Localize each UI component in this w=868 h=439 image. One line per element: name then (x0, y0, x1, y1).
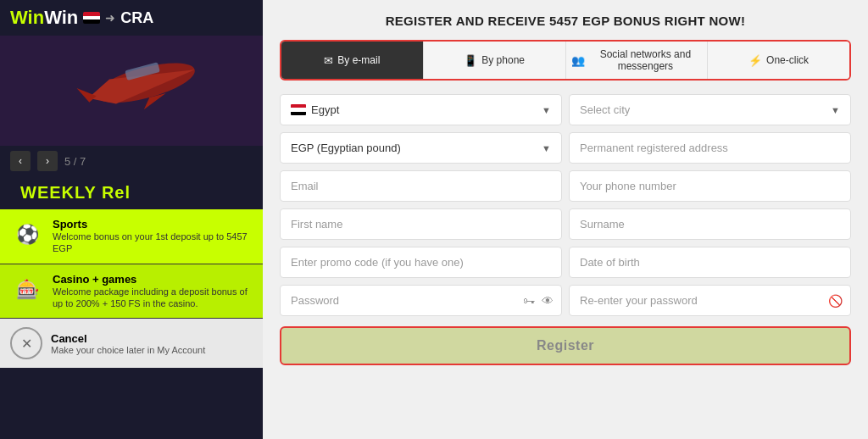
country-value: Egypt (311, 103, 339, 116)
email-tab-icon: ✉ (324, 54, 333, 67)
egypt-flag-icon (291, 104, 306, 115)
nav-arrows: ‹ › 5 / 7 (0, 146, 263, 176)
tab-email-label: By e-mail (337, 54, 380, 66)
social-tab-icon: 👥 (571, 54, 585, 67)
dob-input[interactable] (569, 247, 851, 278)
dob-field (569, 247, 851, 278)
city-placeholder: Select city (580, 103, 630, 116)
email-field (280, 170, 562, 202)
register-button[interactable]: Register (280, 326, 851, 365)
cancel-info: Cancel Make your choice later in My Acco… (51, 332, 205, 355)
promo-input[interactable] (280, 247, 562, 278)
casino-bonus-info: Casino + games Welcome package including… (53, 273, 253, 310)
password-icons: 🗝 👁 (523, 294, 554, 308)
list-item[interactable]: 🎰 Casino + games Welcome package includi… (0, 264, 263, 320)
email-input[interactable] (280, 170, 562, 202)
logo-bar: WinWin ➜ CRA (0, 0, 263, 36)
tabs-container: ✉ By e-mail 📱 By phone 👥 Social networks… (280, 40, 851, 81)
left-panel: WinWin ➜ CRA ‹ › 5 / 7 WEEKLY Rel ⚽ (0, 0, 263, 439)
phone-input[interactable] (569, 170, 851, 202)
next-button[interactable]: › (37, 151, 58, 171)
tab-phone[interactable]: 📱 By phone (424, 42, 566, 79)
country-chevron-icon: ▼ (542, 105, 551, 115)
eye-slash-icon[interactable]: 🚫 (828, 294, 843, 308)
tab-phone-label: By phone (481, 54, 525, 66)
register-title: REGISTER AND RECEIVE 5457 EGP BONUS RIGH… (280, 14, 851, 28)
nav-count: 5 / 7 (64, 155, 86, 168)
eye-icon[interactable]: 👁 (542, 294, 554, 308)
logo-flag-icon (83, 12, 100, 24)
password-field: 🗝 👁 (280, 285, 562, 316)
currency-value: EGP (Egyptian pound) (291, 142, 401, 154)
password-input[interactable] (280, 285, 562, 316)
surname-input[interactable] (569, 208, 851, 240)
oneclick-tab-icon: ⚡ (748, 54, 762, 67)
weekly-label: WEEKLY Rel (10, 180, 253, 206)
right-panel: REGISTER AND RECEIVE 5457 EGP BONUS RIGH… (263, 0, 868, 439)
list-item[interactable]: ⚽ Sports Welcome bonus on your 1st depos… (0, 209, 263, 264)
phone-field (569, 170, 851, 202)
phone-tab-icon: 📱 (464, 54, 477, 67)
tab-oneclick-label: One-click (766, 54, 809, 66)
country-select[interactable]: Egypt ▼ (280, 94, 562, 125)
tab-email[interactable]: ✉ By e-mail (281, 42, 424, 79)
plane-icon (55, 53, 208, 129)
currency-select[interactable]: EGP (Egyptian pound) ▼ (280, 132, 562, 164)
repassword-field: 🚫 (569, 285, 851, 316)
repassword-icons: 🚫 (828, 294, 843, 308)
city-field: Select city ▼ (569, 94, 851, 125)
promo-field (280, 247, 562, 278)
sports-bonus-info: Sports Welcome bonus on your 1st deposit… (53, 218, 253, 255)
logo-cra: CRA (120, 9, 153, 27)
tab-oneclick[interactable]: ⚡ One-click (708, 42, 849, 79)
address-field (569, 132, 851, 164)
repassword-input[interactable] (569, 285, 851, 316)
form-grid: Egypt ▼ Select city ▼ EGP (Egyptian poun… (280, 94, 851, 365)
surname-field (569, 208, 851, 240)
bonus-list: ⚽ Sports Welcome bonus on your 1st depos… (0, 209, 263, 319)
cancel-item[interactable]: ✕ Cancel Make your choice later in My Ac… (0, 319, 263, 368)
prev-button[interactable]: ‹ (10, 151, 31, 171)
casino-icon: 🎰 (10, 273, 44, 307)
firstname-input[interactable] (280, 208, 562, 240)
address-input[interactable] (569, 132, 851, 164)
logo-arrow-icon: ➜ (105, 11, 115, 25)
tab-social-label: Social networks and messengers (589, 48, 703, 72)
cancel-icon: ✕ (10, 327, 42, 359)
firstname-field (280, 208, 562, 240)
key-icon[interactable]: 🗝 (523, 294, 535, 308)
banner-area (0, 36, 263, 146)
tab-social[interactable]: 👥 Social networks and messengers (566, 42, 709, 79)
currency-field: EGP (Egyptian pound) ▼ (280, 132, 562, 164)
city-select[interactable]: Select city ▼ (569, 94, 851, 125)
country-field: Egypt ▼ (280, 94, 562, 125)
city-chevron-icon: ▼ (831, 105, 840, 115)
logo: WinWin (10, 7, 78, 29)
currency-chevron-icon: ▼ (542, 143, 551, 153)
sports-icon: ⚽ (10, 218, 44, 252)
